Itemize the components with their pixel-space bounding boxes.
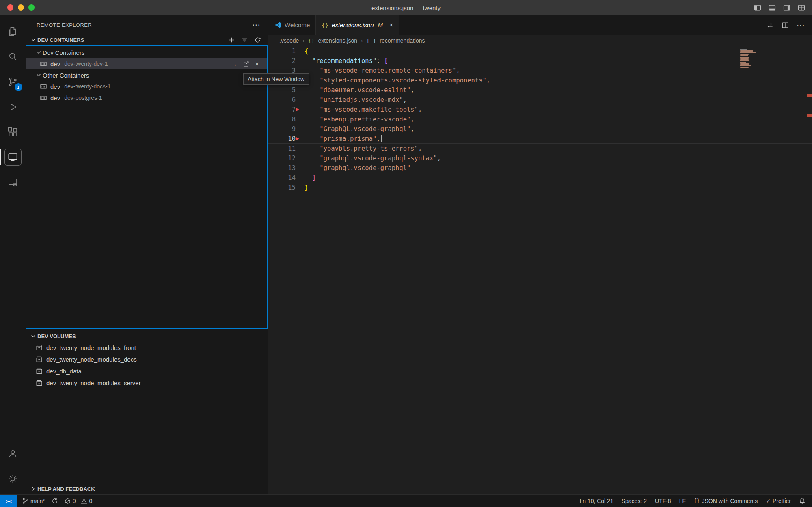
tab-extensions-json[interactable]: {} extensions.json M × [316, 15, 399, 35]
volume-row[interactable]: dev_twenty_node_modules_docs [26, 354, 268, 365]
problems-item[interactable]: 0 0 [65, 498, 93, 504]
code-editor[interactable]: 1{2 "recommendations": [3 "ms-vscode-rem… [268, 46, 812, 494]
line-number[interactable]: 6 [268, 95, 304, 105]
eol-item[interactable]: LF [679, 498, 686, 504]
minimap-line [740, 55, 748, 56]
code-line[interactable]: 14 ] [268, 173, 812, 183]
container-group-row[interactable]: Dev Containers [26, 47, 267, 58]
code-line[interactable]: 15} [268, 183, 812, 192]
toggle-primary-sidebar-icon[interactable] [754, 4, 762, 12]
containers-config-icon [4, 174, 22, 191]
indentation-item[interactable]: Spaces: 2 [622, 498, 647, 504]
code-lines: 1{2 "recommendations": [3 "ms-vscode-rem… [268, 46, 812, 192]
volume-row[interactable]: dev_twenty_node_modules_front [26, 342, 268, 354]
errors-icon [65, 498, 71, 504]
code-line[interactable]: 12 "graphql.vscode-graphql-syntax", [268, 153, 812, 163]
cursor-position-item[interactable]: Ln 10, Col 21 [579, 498, 613, 504]
line-number[interactable]: 12 [268, 153, 304, 163]
code-line[interactable]: 1{ [268, 46, 812, 56]
close-tab-icon[interactable]: × [389, 22, 393, 29]
attach-new-window-icon[interactable] [243, 60, 250, 67]
line-number[interactable]: 15 [268, 183, 304, 192]
open-changes-icon[interactable] [766, 21, 774, 29]
activity-run-debug[interactable] [0, 94, 26, 119]
extensions-icon [4, 123, 22, 140]
code-line[interactable]: 8 "esbenp.prettier-vscode", [268, 114, 812, 124]
line-content: "recommendations": [ [304, 56, 812, 66]
title-bar: extensions.json — twenty [0, 0, 812, 15]
container-name: dev [50, 83, 60, 90]
filter-icon[interactable] [241, 37, 248, 43]
line-number[interactable]: 10 [268, 134, 304, 143]
section-dev-containers[interactable]: DEV CONTAINERS [26, 34, 268, 45]
breadcrumb-symbol[interactable]: recommendations [380, 37, 425, 44]
breadcrumb-file[interactable]: extensions.json [318, 37, 358, 44]
plus-icon[interactable] [228, 37, 235, 43]
toggle-secondary-sidebar-icon[interactable] [783, 4, 791, 12]
code-line[interactable]: 11 "yoavbls.pretty-ts-errors", [268, 144, 812, 153]
activity-bar: 1 [0, 15, 26, 494]
container-row[interactable]: devdev-postgres-1 [26, 92, 267, 104]
attach-container-icon[interactable]: → [231, 60, 238, 67]
activity-remote-explorer[interactable] [0, 145, 26, 170]
code-line[interactable]: 3 "ms-vscode-remote.remote-containers", [268, 66, 812, 76]
volume-row[interactable]: dev_db_data [26, 365, 268, 377]
volume-row[interactable]: dev_twenty_node_modules_server [26, 377, 268, 389]
container-group-row[interactable]: Other Containers [26, 69, 267, 81]
formatter-item[interactable]: ✓ Prettier [766, 498, 791, 504]
line-number[interactable]: 2 [268, 56, 304, 66]
error-count: 0 [73, 498, 76, 504]
line-number[interactable]: 9 [268, 124, 304, 134]
customize-layout-icon[interactable] [797, 4, 806, 12]
section-help-feedback[interactable]: HELP AND FEEDBACK [26, 483, 268, 494]
stop-container-icon[interactable]: × [255, 60, 259, 67]
encoding-item[interactable]: UTF-8 [655, 498, 671, 504]
breadcrumb-folder[interactable]: .vscode [279, 37, 299, 44]
tab-welcome[interactable]: Welcome [268, 15, 316, 35]
activity-source-control[interactable]: 1 [0, 69, 26, 94]
line-number[interactable]: 13 [268, 163, 304, 173]
minimap[interactable] [739, 47, 768, 74]
activity-search[interactable] [0, 44, 26, 69]
language-mode-item[interactable]: {} JSON with Comments [694, 498, 758, 504]
toggle-panel-icon[interactable] [768, 4, 776, 12]
sync-changes-icon[interactable] [52, 498, 58, 504]
code-line[interactable]: 7 "ms-vscode.makefile-tools", [268, 105, 812, 114]
line-number[interactable]: 7 [268, 105, 304, 114]
editor-more-actions-icon[interactable]: ⋯ [797, 21, 805, 29]
notifications-bell-icon[interactable] [799, 498, 806, 504]
settings-gear-icon[interactable] [0, 466, 26, 491]
line-number[interactable]: 11 [268, 144, 304, 153]
split-editor-icon[interactable] [781, 21, 789, 29]
code-line[interactable]: 13 "graphql.vscode-graphql" [268, 163, 812, 173]
code-line[interactable]: 4 "styled-components.vscode-styled-compo… [268, 76, 812, 85]
accounts-icon[interactable] [0, 441, 26, 466]
container-row[interactable]: devdev-twenty-docs-1 [26, 81, 267, 92]
refresh-icon[interactable] [254, 37, 261, 43]
check-icon: ✓ [766, 498, 771, 504]
remote-indicator[interactable]: >< [0, 495, 17, 507]
code-line[interactable]: 9 "GraphQL.vscode-graphql", [268, 124, 812, 134]
sidebar-remote-explorer: REMOTE EXPLORER ⋯ DEV CONTAINERS Dev Con… [26, 15, 268, 494]
line-number[interactable]: 5 [268, 85, 304, 95]
more-actions-icon[interactable]: ⋯ [252, 21, 260, 29]
text-cursor [381, 135, 382, 142]
line-number[interactable]: 1 [268, 46, 304, 56]
code-line[interactable]: 2 "recommendations": [ [268, 56, 812, 66]
container-row[interactable]: devdev-twenty-dev-1→× [26, 58, 267, 69]
line-number[interactable]: 14 [268, 173, 304, 183]
code-line[interactable]: 10 "prisma.prisma", [268, 134, 812, 144]
tab-label: extensions.json [332, 22, 374, 28]
section-dev-volumes[interactable]: DEV VOLUMES [26, 330, 268, 342]
activity-explorer[interactable] [0, 19, 26, 44]
code-line[interactable]: 6 "unifiedjs.vscode-mdx", [268, 95, 812, 105]
code-line[interactable]: 5 "dbaeumer.vscode-eslint", [268, 85, 812, 95]
line-content: "prisma.prisma", [304, 134, 812, 143]
git-branch-item[interactable]: main* [22, 498, 45, 504]
activity-dev-containers[interactable] [0, 170, 26, 195]
volume-name: dev_twenty_node_modules_front [46, 344, 136, 351]
overview-ruler[interactable] [806, 46, 812, 494]
line-number[interactable]: 8 [268, 114, 304, 124]
line-content: "graphql.vscode-graphql-syntax", [304, 153, 812, 163]
activity-extensions[interactable] [0, 119, 26, 145]
